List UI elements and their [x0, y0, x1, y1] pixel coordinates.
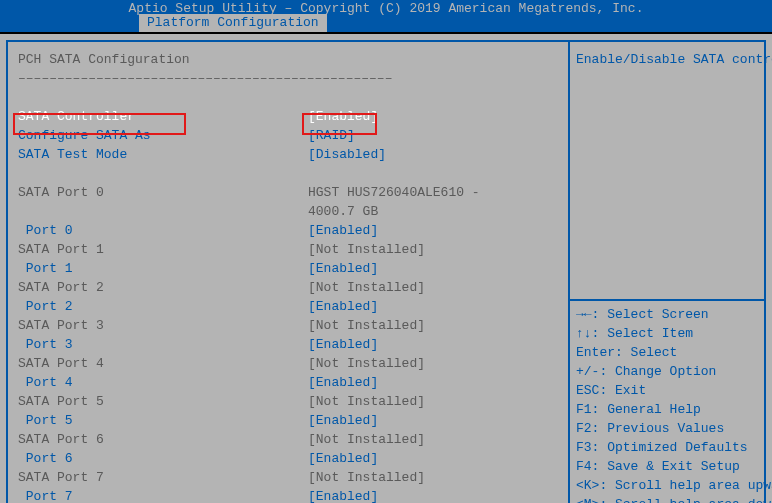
- port-label: SATA Port 4: [18, 354, 308, 373]
- section-divider: ––––––––––––––––––––––––––––––––––––––––…: [18, 69, 558, 88]
- port-sub-value: [Enabled]: [308, 373, 558, 392]
- sata-port-row: SATA Port 0HGST HUS726040ALE610 -: [18, 183, 558, 202]
- port-capacity: 4000.7 GB: [308, 202, 558, 221]
- port-enable-item[interactable]: Port 4[Enabled]: [18, 373, 558, 392]
- port-sub-label: Port 0: [18, 221, 308, 240]
- help-line: →←: Select Screen: [576, 305, 758, 324]
- port-status: HGST HUS726040ALE610 -: [308, 183, 558, 202]
- spacer: [576, 69, 758, 297]
- port-sub-label: Port 5: [18, 411, 308, 430]
- sata-port-row: SATA Port 5[Not Installed]: [18, 392, 558, 411]
- port-sub-label: Port 3: [18, 335, 308, 354]
- port-sub-label: Port 6: [18, 449, 308, 468]
- sata-port-row: SATA Port 1[Not Installed]: [18, 240, 558, 259]
- help-line: +/-: Change Option: [576, 362, 758, 381]
- port-enable-item[interactable]: Port 6[Enabled]: [18, 449, 558, 468]
- tab-platform-configuration[interactable]: Platform Configuration: [139, 14, 327, 32]
- port-sub-value: [Enabled]: [308, 411, 558, 430]
- help-line: ESC: Exit: [576, 381, 758, 400]
- port-enable-item[interactable]: Port 5[Enabled]: [18, 411, 558, 430]
- help-line: F4: Save & Exit Setup: [576, 457, 758, 476]
- item-sata-controller[interactable]: SATA Controller [Enabled]: [18, 107, 558, 126]
- port-enable-item[interactable]: Port 0[Enabled]: [18, 221, 558, 240]
- menu-item[interactable]: SATA Test Mode[Disabled]: [18, 145, 558, 164]
- port-sub-value: [Enabled]: [308, 259, 558, 278]
- spacer: [18, 164, 558, 183]
- port-status: [Not Installed]: [308, 354, 558, 373]
- item-label: SATA Controller: [18, 107, 308, 126]
- sata-port-row: SATA Port 2[Not Installed]: [18, 278, 558, 297]
- port-sub-value: [Enabled]: [308, 297, 558, 316]
- port-sub-value: [Enabled]: [308, 221, 558, 240]
- settings-pane: PCH SATA Configuration –––––––––––––––––…: [8, 42, 568, 503]
- port-status: [Not Installed]: [308, 392, 558, 411]
- sata-port-row: SATA Port 6[Not Installed]: [18, 430, 558, 449]
- help-pane: Enable/Disable SATA controller →←: Selec…: [570, 42, 764, 503]
- port-status: [Not Installed]: [308, 278, 558, 297]
- help-line: Enter: Select: [576, 343, 758, 362]
- context-help: Enable/Disable SATA controller: [576, 50, 758, 69]
- menu-item[interactable]: Configure SATA As[RAID]: [18, 126, 558, 145]
- port-sub-value: [Enabled]: [308, 487, 558, 503]
- port-label: SATA Port 6: [18, 430, 308, 449]
- port-status: [Not Installed]: [308, 430, 558, 449]
- port-enable-item[interactable]: Port 7[Enabled]: [18, 487, 558, 503]
- port-enable-item[interactable]: Port 1[Enabled]: [18, 259, 558, 278]
- item-value: [RAID]: [308, 126, 558, 145]
- port-sub-label: Port 7: [18, 487, 308, 503]
- item-value: [Enabled]: [308, 107, 558, 126]
- port-label: SATA Port 2: [18, 278, 308, 297]
- port-sub-label: Port 4: [18, 373, 308, 392]
- port-status: [Not Installed]: [308, 240, 558, 259]
- item-value: [Disabled]: [308, 145, 558, 164]
- port-label: SATA Port 3: [18, 316, 308, 335]
- sata-port-row: SATA Port 4[Not Installed]: [18, 354, 558, 373]
- sata-port-row-extra: 4000.7 GB: [18, 202, 558, 221]
- port-sub-value: [Enabled]: [308, 449, 558, 468]
- item-label: Configure SATA As: [18, 126, 308, 145]
- help-line: F2: Previous Values: [576, 419, 758, 438]
- port-status: [Not Installed]: [308, 316, 558, 335]
- help-line: F1: General Help: [576, 400, 758, 419]
- port-label: SATA Port 0: [18, 183, 308, 202]
- item-label: SATA Test Mode: [18, 145, 308, 164]
- spacer: [18, 88, 558, 107]
- sata-port-row: SATA Port 3[Not Installed]: [18, 316, 558, 335]
- port-label: SATA Port 7: [18, 468, 308, 487]
- help-divider: [570, 299, 764, 301]
- utility-title: Aptio Setup Utility – Copyright (C) 2019…: [0, 0, 772, 17]
- sata-port-row: SATA Port 7[Not Installed]: [18, 468, 558, 487]
- help-line: <K>: Scroll help area upwards: [576, 476, 758, 495]
- help-line: <M>: Scroll help area downwards: [576, 495, 758, 503]
- port-label: SATA Port 5: [18, 392, 308, 411]
- port-enable-item[interactable]: Port 2[Enabled]: [18, 297, 558, 316]
- main-frame: PCH SATA Configuration –––––––––––––––––…: [6, 40, 766, 503]
- port-sub-value: [Enabled]: [308, 335, 558, 354]
- section-title: PCH SATA Configuration: [18, 50, 558, 69]
- port-sub-label: Port 2: [18, 297, 308, 316]
- port-sub-label: Port 1: [18, 259, 308, 278]
- port-enable-item[interactable]: Port 3[Enabled]: [18, 335, 558, 354]
- help-line: ↑↓: Select Item: [576, 324, 758, 343]
- title-bar: Aptio Setup Utility – Copyright (C) 2019…: [0, 0, 772, 34]
- help-line: F3: Optimized Defaults: [576, 438, 758, 457]
- port-status: [Not Installed]: [308, 468, 558, 487]
- port-label: SATA Port 1: [18, 240, 308, 259]
